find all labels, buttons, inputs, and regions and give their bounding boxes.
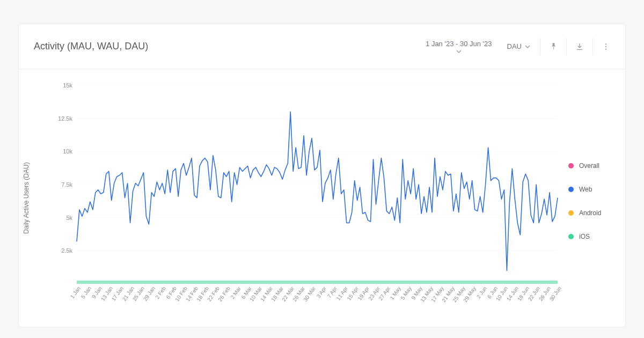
download-icon: [575, 42, 584, 51]
card-title: Activity (MAU, WAU, DAU): [34, 41, 418, 52]
svg-point-2: [605, 48, 606, 49]
download-button[interactable]: [569, 36, 590, 57]
plot-area: 2.5k5k7.5k10k12.5k15k: [52, 85, 558, 284]
legend-item-android[interactable]: Android: [568, 209, 618, 217]
y-tick-label: 2.5k: [51, 247, 72, 254]
date-range-label: 1 Jan '23 - 30 Jun '23: [426, 40, 492, 48]
legend-item-web[interactable]: Web: [568, 186, 618, 193]
x-tick-label: 2 Jun: [475, 285, 488, 299]
legend-label: Android: [579, 209, 601, 217]
activity-card: Activity (MAU, WAU, DAU) 1 Jan '23 - 30 …: [18, 24, 626, 327]
more-menu-button[interactable]: [595, 36, 617, 57]
chart-canvas: [77, 85, 558, 284]
pin-icon: [550, 42, 558, 50]
legend-item-overall[interactable]: Overall: [568, 162, 618, 170]
legend-dot: [568, 187, 574, 192]
chart-legend: OverallWebAndroidiOS: [558, 85, 618, 317]
legend-label: Web: [579, 186, 592, 193]
pin-button[interactable]: [543, 36, 564, 57]
plot-column: 2.5k5k7.5k10k12.5k15k 1 Jan5 Jan9 Jan13 …: [52, 85, 558, 317]
x-tick-label: 5 May: [400, 285, 413, 301]
legend-dot: [568, 163, 574, 168]
x-axis-row: 1 Jan5 Jan9 Jan13 Jan17 Jan21 Jan25 Jan2…: [52, 284, 558, 317]
series-line-web: [77, 112, 558, 270]
x-tick-label: 2 Mar: [229, 285, 242, 300]
chevron-down-icon: [456, 50, 462, 53]
y-tick-label: 10k: [51, 148, 72, 155]
header-controls: 1 Jan '23 - 30 Jun '23 DAU: [418, 35, 617, 58]
x-tick-label: 5 Jan: [80, 285, 92, 299]
x-tick-label: 1 May: [389, 285, 402, 301]
legend-item-ios[interactable]: iOS: [568, 233, 618, 240]
legend-label: Overall: [579, 162, 599, 170]
metric-selector[interactable]: DAU: [500, 35, 538, 58]
legend-label: iOS: [579, 233, 590, 240]
divider: [540, 38, 540, 55]
more-vertical-icon: [602, 42, 610, 51]
y-axis-label: Daily Active Users (DAU): [23, 162, 30, 233]
svg-point-1: [605, 46, 606, 47]
y-tick-label: 15k: [51, 82, 72, 89]
legend-dot: [568, 210, 574, 216]
card-body: Daily Active Users (DAU) 2.5k5k7.5k10k12…: [19, 69, 625, 327]
chevron-down-icon: [525, 45, 530, 48]
x-axis-ticks: 1 Jan5 Jan9 Jan13 Jan17 Jan21 Jan25 Jan2…: [77, 284, 558, 317]
y-tick-label: 5k: [51, 215, 72, 221]
y-tick-label: 7.5k: [51, 181, 72, 188]
divider: [566, 38, 567, 55]
svg-point-0: [605, 43, 606, 45]
metric-selected-label: DAU: [507, 42, 522, 50]
y-axis-ticks: 2.5k5k7.5k10k12.5k15k: [52, 85, 77, 284]
date-range-selector[interactable]: 1 Jan '23 - 30 Jun '23: [418, 35, 500, 58]
y-tick-label: 12.5k: [51, 115, 72, 122]
x-tick-label: 2 Feb: [155, 285, 167, 300]
card-header: Activity (MAU, WAU, DAU) 1 Jan '23 - 30 …: [19, 24, 625, 69]
legend-dot: [568, 234, 574, 239]
x-tick-label: 3 Apr: [316, 285, 327, 299]
divider: [592, 38, 593, 55]
